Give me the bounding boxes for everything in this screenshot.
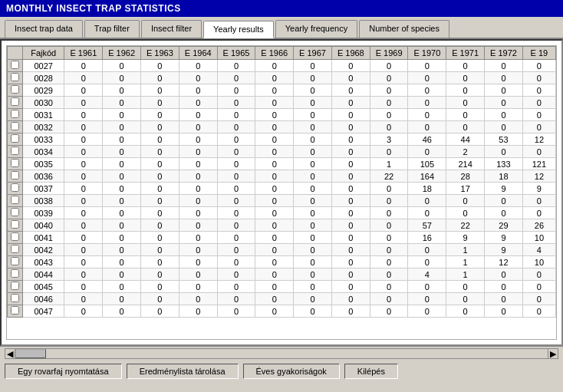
row-code: 0046 [23,293,64,305]
row-value: 0 [141,256,179,268]
save-results-button[interactable]: Eredménylista tárolása [127,364,239,379]
row-checkbox[interactable] [8,305,23,318]
row-code: 0047 [23,305,64,318]
row-value: 0 [331,207,370,219]
row-value: 0 [331,60,370,72]
row-value: 0 [294,84,332,97]
tab-insect-filter[interactable]: Insect filter [141,20,202,38]
tab-insect-trap-data[interactable]: Insect trap data [5,20,83,38]
table-row: 00290000000000000 [8,84,556,97]
row-checkbox[interactable] [8,133,23,146]
row-checkbox[interactable] [8,293,23,305]
row-value: 1 [446,256,485,268]
scroll-right-button[interactable]: ▶ [548,348,558,359]
row-value: 0 [255,293,294,305]
row-checkbox[interactable] [8,244,23,256]
tab-number-of-species[interactable]: Number of species [359,20,449,38]
row-value: 0 [179,207,217,219]
row-value: 0 [255,256,294,268]
row-checkbox[interactable] [8,72,23,84]
row-value: 0 [485,72,523,84]
row-value: 0 [179,195,217,207]
row-code: 0030 [23,97,64,109]
row-value: 0 [370,195,408,207]
row-value: 0 [64,84,103,97]
horizontal-scrollbar-track[interactable] [15,348,548,359]
row-value: 0 [294,133,332,146]
row-value: 0 [408,305,446,318]
table-row: 0041000000000169910 [8,232,556,244]
table-row: 00380000000000000 [8,195,556,207]
row-checkbox[interactable] [8,146,23,158]
row-value: 0 [64,195,103,207]
row-value: 0 [331,133,370,146]
row-checkbox[interactable] [8,109,23,121]
row-value: 0 [141,170,179,183]
row-checkbox[interactable] [8,158,23,170]
row-value: 0 [179,268,217,281]
row-value: 0 [179,256,217,268]
data-table-container[interactable]: FajkódE 1961E 1962E 1963E 1964E 1965E 19… [6,45,557,340]
row-value: 0 [103,183,141,195]
tab-trap-filter[interactable]: Trap filter [84,20,140,38]
row-checkbox[interactable] [8,232,23,244]
row-value: 0 [485,97,523,109]
print-species-button[interactable]: Egy rovarfaj nyomtatása [5,364,122,379]
row-value: 0 [255,305,294,318]
row-value: 0 [217,232,255,244]
row-value: 0 [331,97,370,109]
table-row: 004000000000057222926 [8,219,556,232]
row-value: 0 [217,72,255,84]
row-value: 0 [217,170,255,183]
row-checkbox[interactable] [8,207,23,219]
row-value: 0 [408,109,446,121]
row-value: 0 [103,305,141,318]
horizontal-scrollbar-thumb[interactable] [15,349,46,358]
scroll-left-button[interactable]: ◀ [5,348,15,359]
row-checkbox[interactable] [8,219,23,232]
table-row: 00270000000000000 [8,60,556,72]
yearly-freq-button[interactable]: Éves gyakoriságok [243,364,340,379]
row-value: 0 [217,256,255,268]
row-checkbox[interactable] [8,281,23,293]
row-value: 16 [408,232,446,244]
row-value: 0 [331,232,370,244]
row-checkbox[interactable] [8,256,23,268]
row-checkbox[interactable] [8,195,23,207]
exit-button[interactable]: Kilépés [344,364,398,379]
row-value: 0 [294,207,332,219]
row-value: 0 [408,146,446,158]
row-checkbox[interactable] [8,97,23,109]
row-value: 0 [179,183,217,195]
tab-yearly-frequency[interactable]: Yearly frequency [275,20,358,38]
row-code: 0028 [23,72,64,84]
row-checkbox[interactable] [8,183,23,195]
row-code: 0034 [23,146,64,158]
row-value: 0 [64,281,103,293]
row-value: 0 [179,121,217,133]
row-value: 0 [446,109,485,121]
row-value: 0 [485,207,523,219]
row-value: 46 [408,133,446,146]
row-value: 0 [294,244,332,256]
row-checkbox[interactable] [8,60,23,72]
table-row: 00310000000000000 [8,109,556,121]
row-checkbox[interactable] [8,84,23,97]
row-value: 0 [255,183,294,195]
row-value: 9 [485,183,523,195]
row-checkbox[interactable] [8,121,23,133]
row-value: 0 [522,268,555,281]
row-value: 1 [446,268,485,281]
tab-yearly-results[interactable]: Yearly results [203,21,274,38]
row-code: 0038 [23,195,64,207]
row-value: 0 [522,97,555,109]
row-value: 0 [485,268,523,281]
row-value: 0 [217,268,255,281]
row-checkbox[interactable] [8,170,23,183]
row-value: 0 [446,305,485,318]
row-value: 0 [370,97,408,109]
row-code: 0031 [23,109,64,121]
row-value: 0 [370,109,408,121]
row-value: 17 [446,183,485,195]
row-checkbox[interactable] [8,268,23,281]
